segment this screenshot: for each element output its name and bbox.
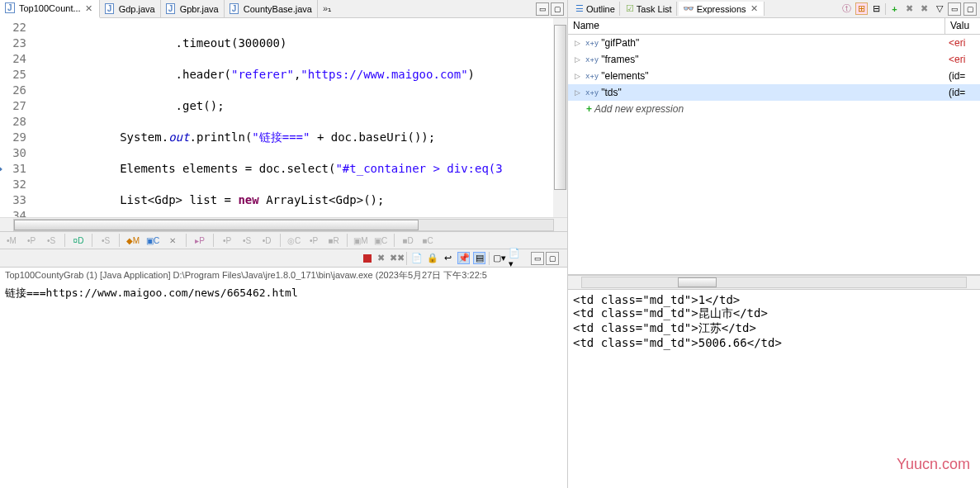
remove-all-expressions-icon[interactable]: ✖ [918, 2, 930, 15]
tab-top100[interactable]: Top100Count... ✕ [0, 0, 100, 18]
tab-tasklist[interactable]: ☑ Task List [622, 2, 677, 16]
maximize-console-button[interactable]: ▢ [546, 252, 559, 265]
remove-launch-icon[interactable]: ✖ [375, 252, 387, 264]
marker-p3-icon[interactable]: • P [220, 234, 234, 247]
editor-hscrollbar[interactable] [0, 217, 567, 231]
right-view-tabs: ☰ Outline ☑ Task List 👓 Expressions ✕ ⓣ … [568, 0, 980, 18]
marker-s-icon[interactable]: • S [45, 234, 58, 247]
marker-p4-icon[interactable]: • P [307, 234, 320, 247]
minimize-expressions-button[interactable]: ▭ [948, 2, 961, 16]
expressions-header: Name Valu [568, 18, 980, 35]
expand-icon[interactable]: ▷ [575, 88, 583, 97]
tab-gpbr[interactable]: Gpbr.java [161, 0, 225, 18]
expressions-body[interactable]: ▷x+y"gifPath" <eri ▷x+y"frames" <eri ▷x+… [568, 35, 980, 274]
tab-overflow[interactable]: »₁ [318, 3, 336, 14]
marker-s2-icon[interactable]: • S [99, 234, 112, 247]
watch-icon: x+y [585, 88, 599, 97]
marker-c4-icon[interactable]: ■ C [421, 234, 434, 247]
detail-line: <td class="md_td">5006.66</td> [573, 336, 975, 349]
java-file-icon [166, 3, 178, 15]
marker-p2-icon[interactable]: ▸ P [193, 234, 206, 247]
code-content[interactable]: .timeout(300000) .header("referer","http… [33, 18, 567, 217]
line-gutter: 222324 252627 282930 313233 343536 37 [0, 18, 33, 217]
close-icon[interactable]: ✕ [83, 3, 94, 14]
tab-label: Gpbr.java [180, 4, 219, 14]
expression-row[interactable]: ▷x+y"frames" <eri [568, 51, 980, 68]
editor-vscrollbar[interactable] [553, 18, 567, 217]
view-menu-icon[interactable]: ▽ [933, 2, 945, 15]
java-file-icon [230, 3, 241, 15]
debug-toolbar: • M • P • S ¤ D • S ◆ M ▣ C ✕ ▸ P • P • … [0, 231, 567, 249]
collapse-all-icon[interactable]: ⊟ [870, 2, 883, 15]
marker-c-icon[interactable]: ▣ C [146, 234, 159, 247]
close-icon[interactable]: ✕ [749, 3, 760, 14]
detail-line: <td class="md_td">江苏</td> [573, 321, 975, 336]
outline-icon: ☰ [575, 3, 584, 14]
column-name[interactable]: Name [568, 18, 945, 34]
detail-line: <td class="md_td">1</td> [573, 293, 975, 306]
code-editor[interactable]: 222324 252627 282930 313233 343536 37 .t… [0, 18, 567, 217]
console-description: Top100CountyGrab (1) [Java Application] … [0, 268, 567, 282]
remove-expression-icon[interactable]: ✖ [903, 2, 916, 15]
minimize-view-button[interactable]: ▭ [536, 2, 549, 16]
open-console-icon[interactable]: ▢▾ [493, 252, 505, 264]
watermark: Yuucn.com [897, 456, 970, 473]
word-wrap-icon[interactable]: ↩ [442, 252, 454, 264]
marker-m3-icon[interactable]: ▣ M [354, 234, 367, 247]
tab-countybase[interactable]: CountyBase.java [225, 0, 318, 18]
remove-all-icon[interactable]: ✖✖ [391, 252, 403, 264]
clear-console-icon[interactable]: 📄 [410, 252, 423, 264]
marker-d-icon[interactable]: ¤ D [72, 234, 85, 247]
tab-gdp[interactable]: Gdp.java [100, 0, 161, 18]
expand-icon[interactable]: ▷ [575, 72, 583, 80]
console-output[interactable]: 链接===https://www.maigoo.com/news/665462.… [0, 282, 567, 488]
expression-row[interactable]: ▷x+y"elements" (id= [568, 68, 980, 84]
expressions-icon: 👓 [683, 3, 694, 14]
tab-outline[interactable]: ☰ Outline [571, 2, 620, 16]
maximize-view-button[interactable]: ▢ [551, 2, 564, 16]
marker-c3-icon[interactable]: ▣ C [374, 234, 387, 247]
expand-icon[interactable]: ▷ [575, 55, 583, 64]
java-file-icon [105, 3, 116, 15]
add-icon: + [586, 103, 592, 115]
watch-icon: x+y [585, 55, 599, 64]
detail-hscrollbar[interactable] [568, 276, 980, 290]
maximize-expressions-button[interactable]: ▢ [963, 2, 977, 16]
marker-m2-icon[interactable]: ◆ M [126, 234, 140, 247]
detail-line: <td class="md_td">昆山市</td> [573, 306, 975, 321]
marker-s3-icon[interactable]: • S [240, 234, 253, 247]
expand-icon[interactable]: ▷ [575, 39, 583, 47]
column-value[interactable]: Valu [945, 18, 980, 34]
tab-label: CountyBase.java [244, 4, 312, 14]
display-selected-icon[interactable]: ▤ [473, 252, 485, 264]
marker-p-icon[interactable]: • P [25, 234, 38, 247]
terminate-button[interactable] [363, 254, 372, 263]
add-expression-icon[interactable]: + [888, 2, 901, 15]
pin-console-icon[interactable]: 📌 [457, 252, 470, 264]
marker-m-icon[interactable]: • M [5, 234, 18, 247]
tasklist-icon: ☑ [626, 3, 634, 14]
watch-icon: x+y [585, 39, 599, 47]
editor-tab-bar: Top100Count... ✕ Gdp.java Gpbr.java Coun… [0, 0, 567, 18]
watch-icon: x+y [585, 72, 599, 80]
tab-label: Top100Count... [19, 3, 81, 13]
minimize-console-button[interactable]: ▭ [531, 252, 544, 265]
close-icon[interactable]: ✕ [166, 234, 179, 247]
console-toolbar: ✖ ✖✖ 📄 🔒 ↩ 📌 ▤ ▢▾ 📄▾ ▭ ▢ [0, 249, 567, 268]
show-type-names-icon[interactable]: ⓣ [840, 2, 853, 15]
add-expression-row[interactable]: + Add new expression [568, 101, 980, 117]
tab-label: Gdp.java [119, 4, 155, 14]
marker-c2-icon[interactable]: ◎ C [287, 234, 301, 247]
expression-row[interactable]: ▷x+y"gifPath" <eri [568, 35, 980, 51]
tab-expressions[interactable]: 👓 Expressions ✕ [679, 2, 765, 16]
expression-row[interactable]: ▷x+y"tds" (id= [568, 84, 980, 101]
marker-d3-icon[interactable]: ■ D [401, 234, 414, 247]
new-console-icon[interactable]: 📄▾ [509, 252, 521, 264]
scroll-lock-icon[interactable]: 🔒 [426, 252, 438, 264]
marker-d2-icon[interactable]: • D [260, 234, 273, 247]
marker-r-icon[interactable]: ■ R [327, 234, 340, 247]
tree-icon[interactable]: ⊞ [855, 2, 868, 15]
java-file-icon [5, 2, 17, 14]
